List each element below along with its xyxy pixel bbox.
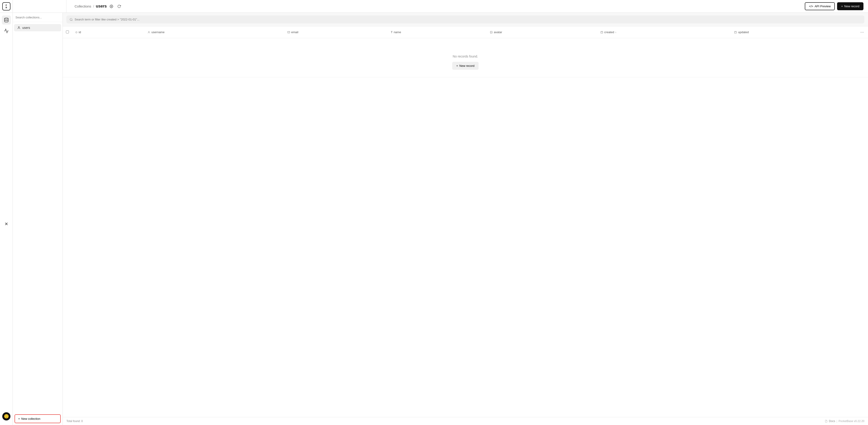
pb-logo: PB — [2, 2, 10, 10]
calendar-updated-icon — [734, 31, 737, 34]
empty-state-row: No records found. + New record — [63, 38, 868, 77]
content-area: ⊙ id username — [63, 13, 868, 425]
empty-state-text: No records found. — [70, 55, 860, 58]
breadcrumb-parent[interactable]: Collections — [74, 4, 91, 8]
svg-line-6 — [72, 20, 72, 21]
plus-icon-center: + — [456, 64, 458, 67]
sidebar-item-users-label: users — [22, 26, 30, 30]
tools-icon — [4, 222, 9, 226]
sidebar-spacer — [17, 0, 66, 13]
svg-rect-10 — [601, 31, 603, 33]
plus-icon-collection: + — [18, 417, 20, 421]
svg-point-9 — [491, 32, 491, 32]
svg-point-4 — [19, 27, 20, 28]
footer-right: Docs | PocketBase v0.22.20 — [825, 420, 864, 423]
nav-collections-btn[interactable] — [2, 15, 11, 25]
nav-logs-btn[interactable] — [2, 26, 11, 35]
logo-area: PB — [0, 0, 13, 13]
col-updated-label[interactable]: updated — [738, 30, 749, 34]
code-icon: </> — [809, 4, 813, 8]
records-table: ⊙ id username — [63, 26, 868, 77]
new-collection-button[interactable]: + New collection — [14, 414, 61, 423]
sidebar: users + New collection — [13, 13, 63, 425]
new-record-header-button[interactable]: + New record — [837, 2, 864, 10]
sort-desc-icon: ↓ — [615, 31, 616, 33]
total-found-label: Total found: 0 — [66, 420, 83, 423]
refresh-icon — [117, 4, 121, 8]
search-collections-input[interactable] — [16, 16, 60, 19]
calendar-created-icon — [600, 31, 603, 34]
svg-point-1 — [4, 18, 8, 19]
search-bar — [66, 15, 864, 24]
table-container: ⊙ id username — [63, 26, 868, 417]
nav-settings-btn[interactable] — [2, 219, 11, 228]
col-header-id: ⊙ id — [72, 26, 144, 38]
svg-point-7 — [149, 31, 149, 32]
svg-point-0 — [111, 6, 112, 7]
sidebar-search-area — [13, 13, 63, 22]
col-header-avatar: avatar — [487, 26, 597, 38]
key-icon: ⊙ — [75, 31, 78, 34]
col-id-label[interactable]: id — [79, 30, 81, 34]
version-label: PocketBase v0.22.20 — [839, 420, 864, 423]
plus-icon-header: + — [841, 4, 843, 8]
text-icon: T — [391, 31, 393, 34]
refresh-icon-btn[interactable] — [116, 4, 122, 9]
col-avatar-label[interactable]: avatar — [494, 30, 502, 34]
user-icon — [17, 26, 21, 29]
image-icon — [490, 31, 493, 34]
col-created-label[interactable]: created — [604, 30, 614, 34]
docs-link[interactable]: Docs — [829, 420, 835, 423]
content-toolbar — [63, 13, 868, 26]
col-username-label[interactable]: username — [151, 30, 164, 34]
breadcrumb-separator: / — [93, 4, 94, 8]
col-header-created: created ↓ — [597, 26, 731, 38]
table-header: ⊙ id username — [63, 26, 868, 38]
new-record-center-label: New record — [460, 64, 474, 67]
user-col-icon — [148, 31, 150, 34]
header-actions: </> API Preview + New record — [805, 2, 864, 10]
svg-point-5 — [70, 18, 72, 20]
new-collection-label: New collection — [21, 417, 40, 421]
col-header-more: ⋯ — [856, 26, 868, 38]
table-body: No records found. + New record — [63, 38, 868, 77]
sidebar-list: users — [13, 22, 63, 413]
col-header-username: username — [144, 26, 284, 38]
select-all-cell — [63, 26, 72, 38]
database-icon — [4, 18, 9, 23]
user-avatar[interactable]: 🙂 — [2, 412, 10, 421]
gear-icon — [110, 4, 113, 8]
new-record-header-label: New record — [844, 4, 859, 8]
empty-state: No records found. + New record — [66, 41, 865, 74]
content-footer: Total found: 0 Docs | PocketBase v0.22.2… — [63, 417, 868, 425]
svg-rect-14 — [735, 31, 737, 33]
smiley-icon: 🙂 — [4, 414, 9, 419]
sidebar-item-users[interactable]: users — [14, 24, 61, 31]
search-icon — [69, 18, 73, 21]
col-name-label[interactable]: name — [394, 30, 401, 34]
main-layout: 🙂 users + New collection — [0, 13, 868, 425]
icon-nav: 🙂 — [0, 13, 13, 425]
header-left: PB Collections / users — [0, 0, 122, 13]
select-all-checkbox[interactable] — [66, 30, 69, 33]
breadcrumb: Collections / users — [70, 4, 122, 9]
breadcrumb-icons — [109, 4, 122, 9]
top-header: PB Collections / users </> API Preview — [0, 0, 868, 13]
docs-icon — [825, 420, 828, 423]
api-preview-button[interactable]: </> API Preview — [805, 2, 835, 10]
col-header-email: email — [284, 26, 388, 38]
email-icon — [287, 31, 290, 34]
new-record-center-button[interactable]: + New record — [452, 62, 478, 70]
breadcrumb-current: users — [96, 4, 107, 9]
api-preview-label: API Preview — [814, 4, 831, 8]
footer-separator: | — [836, 420, 837, 423]
col-header-updated: updated — [731, 26, 856, 38]
chart-icon — [4, 28, 9, 33]
col-header-name: T name — [388, 26, 487, 38]
more-columns-btn[interactable]: ⋯ — [859, 29, 865, 35]
empty-state-cell: No records found. + New record — [63, 38, 868, 77]
settings-icon-btn[interactable] — [109, 4, 114, 9]
col-email-label[interactable]: email — [291, 30, 298, 34]
search-input[interactable] — [74, 18, 861, 21]
